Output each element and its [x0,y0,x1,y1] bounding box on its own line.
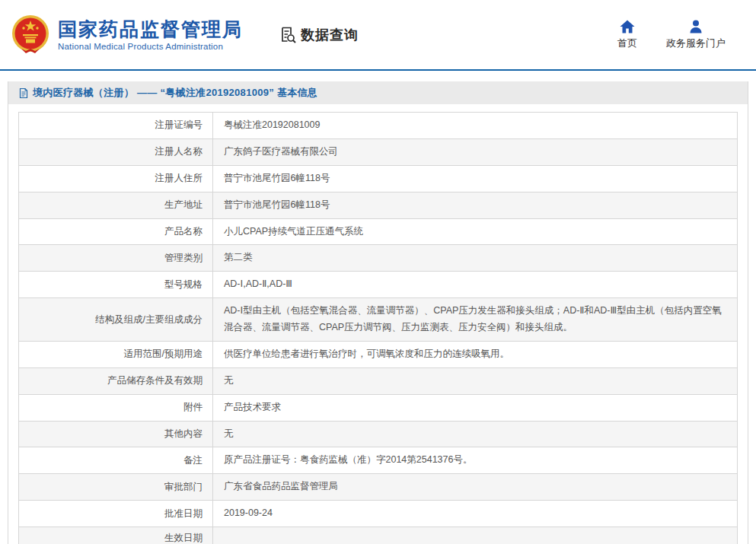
nav-home[interactable]: 首页 [617,20,637,50]
field-label: 注册证编号 [19,113,213,139]
table-row: 注册人名称广东鸽子医疗器械有限公司 [19,138,738,165]
field-value: AD-Ⅰ型由主机（包括空氧混合器、流量调节器）、CPAP压力发生器和接头组成；A… [213,298,738,342]
table-row: 生产地址普宁市池尾竹园6幢118号 [19,192,738,218]
field-label: 生效日期 [19,527,213,544]
field-value: 广东鸽子医疗器械有限公司 [213,138,738,165]
table-row: 附件产品技术要求 [19,394,738,421]
table-row: 适用范围/预期用途供医疗单位给患者进行氧治疗时，可调氧浓度和压力的连续吸氧用。 [19,341,738,367]
page-title: 境内医疗器械（注册） —— “粤械注准20192081009” 基本信息 [33,86,317,100]
user-icon [688,20,703,33]
table-row: 审批部门广东省食品药品监督管理局 [19,474,738,501]
field-value: 无 [213,367,738,394]
field-label: 产品储存条件及有效期 [19,367,213,394]
field-label: 审批部门 [19,474,213,501]
field-label: 管理类别 [19,245,213,272]
field-label: 其他内容 [19,421,213,447]
table-row: 产品储存条件及有效期无 [19,367,738,394]
field-label: 型号规格 [19,272,213,298]
field-label: 注册人名称 [19,138,213,165]
table-row: 批准日期2019-09-24 [19,501,738,527]
breadcrumb-title-bar: 境内医疗器械（注册） —— “粤械注准20192081009” 基本信息 [8,81,748,104]
table-row: 注册人住所普宁市池尾竹园6幢118号 [19,165,738,192]
field-label: 批准日期 [19,501,213,527]
field-label: 结构及组成/主要组成成分 [19,298,213,342]
field-value: 粤械注准20192081009 [213,113,738,139]
home-icon [620,20,635,33]
table-row: 注册证编号粤械注准20192081009 [19,113,738,139]
table-row: 产品名称小儿CPAP持续气道正压通气系统 [19,218,738,245]
content-panel: 境内医疗器械（注册） —— “粤械注准20192081009” 基本信息 注册证… [8,81,748,544]
header-divider [0,69,756,71]
nav-home-label: 首页 [617,37,637,50]
table-row: 型号规格AD-Ⅰ,AD-Ⅱ,AD-Ⅲ [19,272,738,298]
field-value: 2019-09-24 [213,501,738,527]
table-row: 生效日期 [19,527,738,544]
table-row: 备注原产品注册证号：粤食药监械（准）字2014第2541376号。 [19,447,738,474]
site-subtitle: National Medical Products Administration [58,42,243,51]
site-title: 国家药品监督管理局 [58,18,243,40]
field-value: 第二类 [213,245,738,272]
field-value: 普宁市池尾竹园6幢118号 [213,165,738,192]
field-value: AD-Ⅰ,AD-Ⅱ,AD-Ⅲ [213,272,738,298]
field-value: 小儿CPAP持续气道正压通气系统 [213,218,738,245]
table-row: 结构及组成/主要组成成分AD-Ⅰ型由主机（包括空氧混合器、流量调节器）、CPAP… [19,298,738,342]
page-icon [18,87,29,99]
field-label: 生产地址 [19,192,213,218]
table-row: 其他内容无 [19,421,738,447]
field-value: 产品技术要求 [213,394,738,421]
china-national-emblem-icon [11,14,50,56]
registration-info-table: 注册证编号粤械注准20192081009注册人名称广东鸽子医疗器械有限公司注册人… [18,112,738,544]
nav-gov-portal-label: 政务服务门户 [666,37,726,50]
field-label: 注册人住所 [19,165,213,192]
table-row: 管理类别第二类 [19,245,738,272]
data-query-section[interactable]: 数据查询 [278,25,359,44]
site-header: 国家药品监督管理局 National Medical Products Admi… [0,0,756,69]
field-value: 供医疗单位给患者进行氧治疗时，可调氧浓度和压力的连续吸氧用。 [213,341,738,367]
header-nav: 首页 政务服务门户 [617,20,745,50]
nmpa-logo[interactable]: 国家药品监督管理局 National Medical Products Admi… [11,14,243,56]
document-search-icon [278,25,297,44]
field-label: 备注 [19,447,213,474]
field-value: 广东省食品药品监督管理局 [213,474,738,501]
field-label: 产品名称 [19,218,213,245]
field-value: 普宁市池尾竹园6幢118号 [213,192,738,218]
field-label: 适用范围/预期用途 [19,341,213,367]
field-value: 无 [213,421,738,447]
data-query-label: 数据查询 [301,26,359,44]
field-value [213,527,738,544]
field-value: 原产品注册证号：粤食药监械（准）字2014第2541376号。 [213,447,738,474]
nav-gov-portal[interactable]: 政务服务门户 [666,20,726,50]
field-label: 附件 [19,394,213,421]
